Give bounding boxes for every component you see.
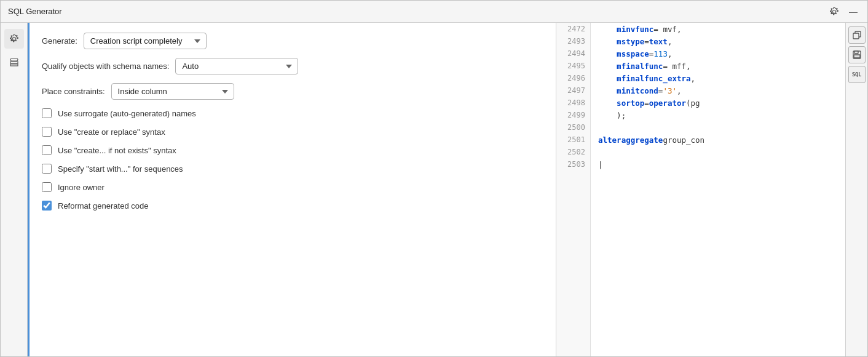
ignore-owner-checkbox[interactable] [42,182,52,192]
svg-rect-3 [853,33,859,39]
settings-button[interactable] [827,6,842,18]
title-bar: SQL Generator — [1,1,867,23]
ignore-owner-label: Ignore owner [58,183,105,192]
line-numbers: 2472 2493 2494 2495 2496 2497 2498 2499 … [556,23,591,356]
line-num-2501: 2501 [556,134,590,146]
svg-rect-2 [10,64,18,66]
title-bar-right: — [827,6,860,18]
create-or-replace-checkbox[interactable] [42,127,52,137]
line-num-2495: 2495 [556,60,590,72]
line-num-2472: 2472 [556,23,590,35]
checkbox-row-3: Use "create... if not exists" syntax [42,145,543,155]
line-num-2496: 2496 [556,72,590,84]
sidebar-database-icon[interactable] [4,52,24,72]
place-constraints-row: Place constraints: Inside column Outside… [42,83,543,100]
qualify-label: Qualify objects with schema names: [42,62,169,71]
code-line-2501: alter aggregate group_con [598,134,838,146]
line-num-2493: 2493 [556,35,590,47]
sidebar-settings-icon[interactable] [4,29,24,49]
qualify-row: Qualify objects with schema names: Auto … [42,58,543,74]
line-num-2499: 2499 [556,109,590,121]
sql-generator-window: SQL Generator — [0,0,868,357]
checkbox-row-4: Specify "start with..." for sequences [42,164,543,174]
main-content: Generate: Creation script completely Qua… [1,23,867,356]
place-select-wrapper: Inside column Outside column [111,83,234,100]
create-if-not-exists-checkbox[interactable] [42,145,52,155]
code-line-2502 [598,146,838,158]
line-num-2502: 2502 [556,146,590,158]
svg-rect-6 [854,55,860,58]
title-bar-left: SQL Generator [8,7,62,16]
qualify-select-wrapper: Auto Always Never [175,58,298,74]
create-if-not-exists-label: Use "create... if not exists" syntax [58,146,176,155]
svg-rect-1 [10,62,18,63]
code-line-2498: sortop = operator (pg [598,97,838,109]
place-constraints-select[interactable]: Inside column Outside column [111,83,234,100]
reformat-code-label: Reformat generated code [58,201,148,211]
minimize-button[interactable]: — [846,6,860,17]
code-line-2472: minvfunc = mvf, [598,23,838,35]
qualify-select[interactable]: Auto Always Never [175,58,298,74]
code-panel: 2472 2493 2494 2495 2496 2497 2498 2499 … [556,23,845,356]
line-num-2503: 2503 [556,158,590,170]
sql-mode-button[interactable]: SQL [848,66,866,83]
code-line-2494: msspace = 113, [598,47,838,60]
svg-rect-0 [10,58,18,61]
line-num-2498: 2498 [556,97,590,109]
code-area[interactable]: minvfunc = mvf, mstype = text, msspace =… [591,23,845,356]
line-num-2500: 2500 [556,121,590,134]
code-line-2503 [598,158,838,170]
checkbox-row-1: Use surrogate (auto-generated) names [42,108,543,118]
line-num-2497: 2497 [556,84,590,97]
window-title: SQL Generator [8,7,62,16]
save-file-button[interactable] [848,46,866,63]
start-with-checkbox[interactable] [42,164,52,174]
left-sidebar [1,23,28,356]
code-line-2495: mfinalfunc = mff, [598,60,838,72]
copy-to-clipboard-button[interactable] [848,26,866,44]
start-with-label: Specify "start with..." for sequences [58,164,183,174]
left-panel: Generate: Creation script completely Qua… [28,23,556,356]
generate-row: Generate: Creation script completely [42,33,543,49]
surrogate-names-checkbox[interactable] [42,108,52,118]
code-line-2496: mfinalfunc_extra, [598,72,838,84]
create-or-replace-label: Use "create or replace" syntax [58,127,165,137]
surrogate-names-label: Use surrogate (auto-generated) names [58,109,196,118]
generate-select[interactable]: Creation script completely [84,33,207,49]
code-line-2497: minitcond = '3', [598,84,838,97]
checkbox-row-2: Use "create or replace" syntax [42,127,543,137]
checkbox-row-5: Ignore owner [42,182,543,192]
right-sidebar: SQL [845,23,867,356]
reformat-code-checkbox[interactable] [42,201,52,211]
generate-select-wrapper: Creation script completely [84,33,207,49]
checkbox-row-6: Reformat generated code [42,201,543,211]
line-num-2494: 2494 [556,47,590,60]
place-constraints-label: Place constraints: [42,87,105,96]
code-line-2500 [598,121,838,134]
generate-label: Generate: [42,36,77,46]
code-line-2499: ); [598,109,838,121]
code-line-2493: mstype = text, [598,35,838,47]
